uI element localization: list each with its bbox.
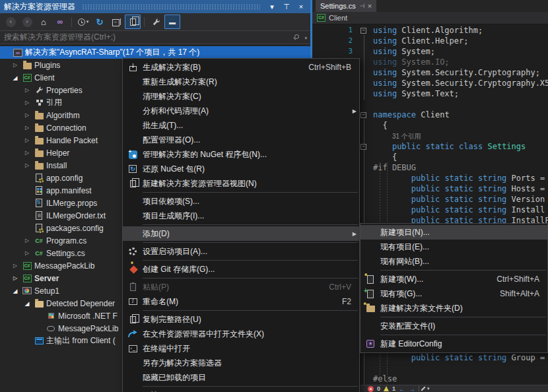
- context-menu-item[interactable]: 在文件资源管理器中打开文件夹(X): [123, 327, 359, 341]
- prev-issue-icon[interactable]: ←: [399, 385, 405, 392]
- context-menu-item[interactable]: ›_在终端中打开: [123, 341, 359, 356]
- context-menu-item[interactable]: 设置启动项目(A)...: [123, 244, 359, 259]
- context-menu-item[interactable]: 清理解决方案(C): [123, 89, 359, 104]
- code-line[interactable]: public static string Install: [373, 205, 548, 215]
- code-line[interactable]: using System.Text;: [373, 88, 548, 99]
- chevron-down-icon[interactable]: ▾: [427, 386, 430, 391]
- context-menu-item[interactable]: 分析和代码清理(A)▶: [123, 104, 359, 118]
- search-input[interactable]: 搜索解决方案资源管理器(Ctrl+;): [4, 32, 116, 43]
- breadcrumb[interactable]: C# Client: [312, 12, 548, 24]
- add-submenu-item[interactable]: 新建项目(N)...: [360, 225, 547, 240]
- add-submenu-item[interactable]: 安装配置文件(I): [360, 319, 547, 333]
- properties-icon[interactable]: [148, 15, 164, 29]
- context-menu-item[interactable]: ↻还原 NuGet 包(R): [123, 162, 359, 176]
- tree-item-label: app.config: [46, 174, 83, 183]
- expand-arrow-icon[interactable]: ▷: [21, 100, 33, 106]
- new-solution-folder-icon: *: [364, 304, 376, 312]
- expand-arrow-icon[interactable]: ▷: [21, 87, 33, 93]
- code-line[interactable]: public static string Hosts =: [373, 183, 548, 194]
- code-line[interactable]: public static string Group =: [373, 352, 548, 363]
- add-submenu-item[interactable]: *新建解决方案文件夹(D): [360, 301, 547, 315]
- context-menu-item[interactable]: 粘贴(P)Ctrl+V: [123, 280, 359, 294]
- fold-collapse-icon[interactable]: −: [360, 112, 366, 118]
- context-menu-item[interactable]: 项目生成顺序(I)...: [123, 209, 359, 223]
- sync-with-active-document-icon[interactable]: ∞: [52, 15, 68, 29]
- errors-icon[interactable]: ×: [368, 386, 374, 392]
- expand-arrow-icon[interactable]: ◢: [9, 288, 21, 294]
- expand-arrow-icon[interactable]: ▷: [21, 112, 33, 118]
- context-menu-item[interactable]: 属性(R)Alt+Enter: [123, 388, 359, 392]
- editorconfig-icon: ★: [364, 340, 376, 348]
- context-menu-item[interactable]: I重命名(M)F2: [123, 294, 359, 309]
- expand-arrow-icon[interactable]: ▷: [9, 62, 21, 68]
- code-line[interactable]: using Client.Helper;: [373, 36, 548, 46]
- code-line[interactable]: 31 个引用: [373, 131, 548, 141]
- close-tab-icon[interactable]: ×: [368, 2, 372, 10]
- close-icon[interactable]: ×: [296, 1, 306, 13]
- code-line[interactable]: using System.Security.Cryptography;: [373, 67, 548, 78]
- expand-arrow-icon[interactable]: ▷: [21, 238, 33, 244]
- context-menu-item[interactable]: 生成解决方案(B)Ctrl+Shift+B: [123, 60, 359, 75]
- expand-arrow-icon[interactable]: ▷: [21, 137, 33, 143]
- pin-tab-icon[interactable]: ⊤: [359, 3, 365, 9]
- code-line[interactable]: using System.IO;: [373, 57, 548, 67]
- expand-arrow-icon[interactable]: ▷: [21, 162, 33, 168]
- expand-arrow-icon[interactable]: ▷: [21, 150, 33, 156]
- code-line[interactable]: {: [373, 152, 548, 162]
- back-icon[interactable]: ‹: [3, 15, 18, 29]
- context-menu-item[interactable]: 管理解决方案的 NuGet 程序包(N)...: [123, 147, 359, 162]
- context-menu-item[interactable]: 添加(D)▶: [123, 226, 359, 241]
- search-box[interactable]: 搜索解决方案资源管理器(Ctrl+;) ▾: [0, 30, 310, 44]
- add-submenu-item[interactable]: +现有项(G)...Shift+Alt+A: [360, 286, 547, 301]
- context-menu-item[interactable]: 项目依赖项(S)...: [123, 194, 359, 209]
- pin-icon[interactable]: ⊤: [281, 1, 292, 13]
- code-line[interactable]: public static string Version: [373, 194, 548, 205]
- context-menu-item[interactable]: 新建解决方案资源管理器视图(N): [123, 176, 359, 191]
- expand-arrow-icon[interactable]: ◢: [21, 300, 33, 307]
- code-line[interactable]: public static string Ports =: [373, 173, 548, 183]
- expand-arrow-icon[interactable]: ▷: [21, 250, 33, 256]
- add-submenu-item[interactable]: ★新建 EditorConfig: [360, 337, 547, 351]
- preview-selected-items-icon[interactable]: ▬: [164, 15, 180, 29]
- expand-arrow-icon[interactable]: ▷: [21, 125, 33, 131]
- add-submenu-item[interactable]: *新建项(W)...Ctrl+Shift+A: [360, 272, 547, 286]
- code-line[interactable]: using System.Security.Cryptography.X5: [373, 78, 548, 88]
- add-submenu-item[interactable]: 现有网站(B)...: [360, 254, 547, 269]
- window-position-icon[interactable]: ▾: [267, 1, 277, 13]
- context-menu-item[interactable]: 隐藏已卸载的项目: [123, 370, 359, 385]
- tab-settings-cs[interactable]: Settings.cs ⊤ ×: [316, 0, 376, 12]
- context-menu-item[interactable]: 配置管理器(O)...: [123, 133, 359, 147]
- context-menu-item[interactable]: 复制完整路径(U): [123, 312, 359, 327]
- context-menu-item[interactable]: *创建 Git 存储库(G)...: [123, 262, 359, 277]
- search-options-chevron-icon[interactable]: ▾: [304, 36, 307, 41]
- code-line[interactable]: #if DEBUG: [373, 162, 548, 173]
- warnings-icon[interactable]: [384, 386, 389, 391]
- code-line[interactable]: using Client.Algorithm;: [373, 25, 548, 36]
- context-menu-item[interactable]: 重新生成解决方案(R): [123, 75, 359, 89]
- edit-pencil-icon[interactable]: [421, 386, 425, 391]
- add-submenu-item[interactable]: 现有项目(E)...: [360, 240, 547, 254]
- home-icon[interactable]: ⌂: [36, 15, 51, 29]
- show-all-files-icon[interactable]: [125, 15, 141, 29]
- refresh-icon[interactable]: ↻: [92, 15, 108, 29]
- collapse-all-icon[interactable]: [108, 15, 124, 29]
- code-line[interactable]: [373, 363, 548, 374]
- open-in-explorer-icon: [127, 330, 139, 338]
- next-issue-icon[interactable]: →: [409, 385, 415, 392]
- code-line[interactable]: #else: [373, 374, 548, 384]
- tree-item[interactable]: ∞解决方案"AsyncRAT-Sharp"(17 个项目，共 17 个): [0, 46, 310, 59]
- forward-icon[interactable]: ›: [19, 15, 35, 29]
- expand-arrow-icon[interactable]: ▷: [9, 263, 21, 269]
- fold-collapse-icon[interactable]: −: [360, 144, 366, 150]
- code-line[interactable]: namespace Client: [373, 110, 548, 120]
- code-line[interactable]: {: [373, 120, 548, 131]
- expand-arrow-icon[interactable]: ◢: [9, 75, 21, 81]
- code-line[interactable]: using System;: [373, 46, 548, 57]
- code-line[interactable]: [373, 99, 548, 110]
- code-line[interactable]: public static class Settings: [373, 141, 548, 152]
- fold-collapse-icon[interactable]: −: [360, 28, 366, 34]
- expand-arrow-icon[interactable]: ▷: [9, 275, 21, 281]
- pending-changes-filter-icon[interactable]: ▾: [75, 15, 91, 29]
- context-menu-item[interactable]: 另存为解决方案筛选器: [123, 356, 359, 370]
- context-menu-item[interactable]: 批生成(T)...: [123, 118, 359, 133]
